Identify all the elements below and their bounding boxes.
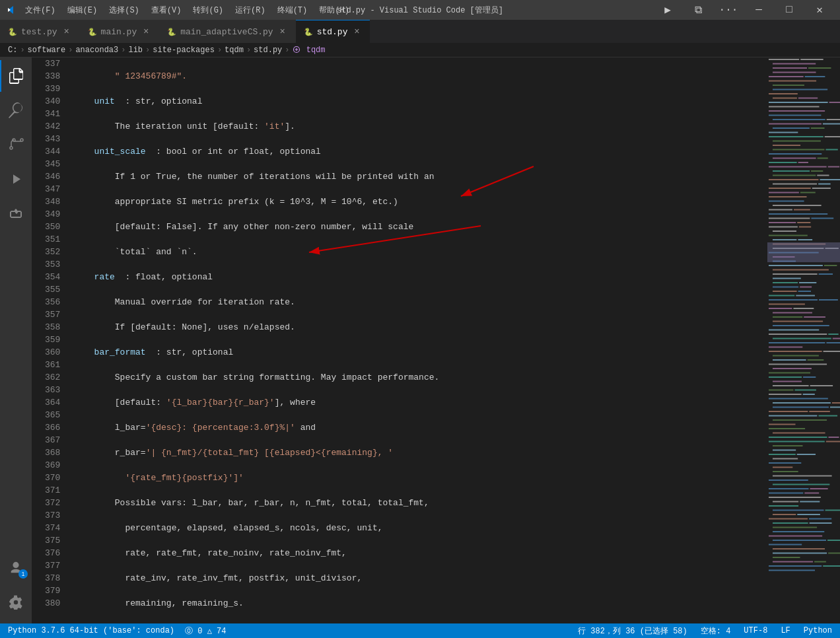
activity-explorer[interactable] [0,60,32,92]
code-line-354: Possible vars: l_bar, bar, r_bar, n, n_f… [73,497,767,509]
editor-main[interactable]: 337 338 339 340 341 342 343 344 345 346 … [32,57,767,623]
breadcrumb-anaconda3[interactable]: anaconda3 [75,46,118,55]
split-editor-button[interactable]: ⧉ [683,0,713,20]
run-button[interactable]: ▶ [652,0,683,20]
title-bar-left: 文件(F) 编辑(E) 选择(S) 查看(V) 转到(G) 运行(R) 终端(T… [5,3,355,17]
code-line-348: bar_format : str, optional [73,346,767,359]
breadcrumb-c[interactable]: C: [8,46,17,55]
activity-settings[interactable] [0,586,32,618]
tab-main-adaptive-py[interactable]: 🐍 main_adaptiveCS.py × [159,20,295,43]
minimap-slider[interactable] [767,242,840,262]
breadcrumb-symbol[interactable]: tqdm [293,46,326,55]
code-content: " 123456789#". unit : str, optional The … [68,57,767,623]
status-language[interactable]: Python [801,626,835,635]
title-bar: 文件(F) 编辑(E) 选择(S) 查看(V) 转到(G) 运行(R) 终端(T… [0,0,840,20]
status-encoding[interactable]: UTF-8 [741,626,770,635]
tab-test-py-icon: 🐍 [8,28,17,36]
tab-main-adaptive-py-close[interactable]: × [277,26,288,37]
code-line-340: unit_scale : bool or int or float, optio… [73,145,767,158]
title-bar-menus: 文件(F) 编辑(E) 选择(S) 查看(V) 转到(G) 运行(R) 终端(T… [20,3,355,17]
tab-test-py-close[interactable]: × [61,26,72,37]
minimap[interactable] [767,57,840,623]
code-line-347: If [default: None], uses n/elapsed. [73,321,767,334]
activity-extensions[interactable] [0,197,32,229]
editor-area: 337 338 339 340 341 342 343 344 345 346 … [32,57,840,623]
breadcrumb: C: › software › anaconda3 › lib › site-p… [0,43,840,57]
more-actions-button[interactable]: ··· [713,0,744,20]
tab-main-py-label: main.py [101,27,137,37]
breadcrumb-site-packages[interactable]: site-packages [153,46,215,55]
menu-terminal[interactable]: 终端(T) [272,3,313,17]
minimize-button[interactable]: — [744,0,774,20]
code-line-351: l_bar='{desc}: {percentage:3.0f}%|' and [73,421,767,434]
code-container: 337 338 339 340 341 342 343 344 345 346 … [32,57,767,623]
code-line-350: [default: '{l_bar}{bar}{r_bar}'], where [73,396,767,409]
code-line-343: [default: False]. If any other non-zero … [73,221,767,233]
vscode-icon [5,5,16,15]
menu-run[interactable]: 运行(R) [230,3,271,17]
menu-view[interactable]: 查看(V) [146,3,187,17]
code-line-337: " 123456789#". [73,70,767,83]
code-line-341: If 1 or True, the number of iterations w… [73,170,767,183]
tab-main-py[interactable]: 🐍 main.py × [80,20,160,43]
menu-select[interactable]: 选择(S) [104,3,145,17]
minimap-canvas [767,57,840,623]
main-layout: 337 338 339 340 341 342 343 344 345 346 … [0,57,840,623]
tab-std-py[interactable]: 🐍 std.py × [296,20,370,43]
status-bar-left: Python 3.7.6 64-bit ('base': conda) ⓪ 0 … [5,625,228,637]
activity-bar-bottom [0,552,32,623]
breadcrumb-lib[interactable]: lib [128,46,143,55]
close-button[interactable]: ✕ [804,0,835,20]
title-bar-title: std.py - Visual Studio Code [管理员] [337,5,503,16]
tab-std-py-label: std.py [317,27,348,37]
tab-std-py-icon: 🐍 [304,28,313,36]
menu-edit[interactable]: 编辑(E) [62,3,103,17]
status-branch[interactable]: Python 3.7.6 64-bit ('base': conda) [5,626,177,635]
status-line-ending[interactable]: LF [778,626,792,635]
line-numbers: 337 338 339 340 341 342 343 344 345 346 … [32,57,68,623]
code-line-356: rate, rate_fmt, rate_noinv, rate_noinv_f… [73,547,767,559]
title-bar-controls: ▶ ⧉ ··· — □ ✕ [652,0,835,20]
status-bar-right: 行 382，列 36 (已选择 58) 空格: 4 UTF-8 LF Pytho… [575,625,835,637]
breadcrumb-std-py[interactable]: std.py [254,46,282,55]
activity-bar [0,57,32,623]
menu-file[interactable]: 文件(F) [20,3,61,17]
code-line-352: r_bar='| {n_fmt}/{total_fmt} [{elapsed}<… [73,446,767,459]
breadcrumb-tqdm[interactable]: tqdm [225,46,244,55]
code-line-342: appropriate SI metric prefix (k = 10^3, … [73,195,767,208]
code-line-357: rate_inv, rate_inv_fmt, postfix, unit_di… [73,572,767,585]
code-line-358: remaining, remaining_s. [73,597,767,610]
tab-test-py-label: test.py [21,27,57,37]
activity-search[interactable] [0,94,32,126]
tab-main-py-icon: 🐍 [88,28,97,36]
activity-debug[interactable] [0,163,32,195]
tab-main-adaptive-py-icon: 🐍 [167,28,176,36]
menu-goto[interactable]: 转到(G) [188,3,228,17]
tab-std-py-close[interactable]: × [351,26,362,37]
status-errors[interactable]: ⓪ 0 △ 74 [182,625,228,637]
tab-main-py-close[interactable]: × [141,26,151,37]
breadcrumb-software[interactable]: software [28,46,66,55]
status-bar: Python 3.7.6 64-bit ('base': conda) ⓪ 0 … [0,623,840,638]
tab-bar: 🐍 test.py × 🐍 main.py × 🐍 main_adaptiveC… [0,20,840,43]
code-line-345: rate : float, optional [73,271,767,283]
code-line-355: percentage, elapsed, elapsed_s, ncols, d… [73,522,767,534]
status-indentation[interactable]: 空格: 4 [698,625,734,637]
code-line-344: `total` and `n`. [73,246,767,258]
code-line-353: '{rate_fmt}{postfix}']' [73,472,767,484]
tab-main-adaptive-py-label: main_adaptiveCS.py [180,27,273,37]
code-line-339: The iteration unit [default: 'it']. [73,120,767,133]
code-line-338: unit : str, optional [73,95,767,108]
activity-account[interactable] [0,552,32,584]
status-cursor-pos[interactable]: 行 382，列 36 (已选择 58) [575,625,690,637]
tab-test-py[interactable]: 🐍 test.py × [0,20,80,43]
activity-git[interactable] [0,129,32,160]
code-line-346: Manual override for iteration rate. [73,296,767,308]
code-line-349: Specify a custom bar string formatting. … [73,371,767,384]
maximize-button[interactable]: □ [774,0,804,20]
